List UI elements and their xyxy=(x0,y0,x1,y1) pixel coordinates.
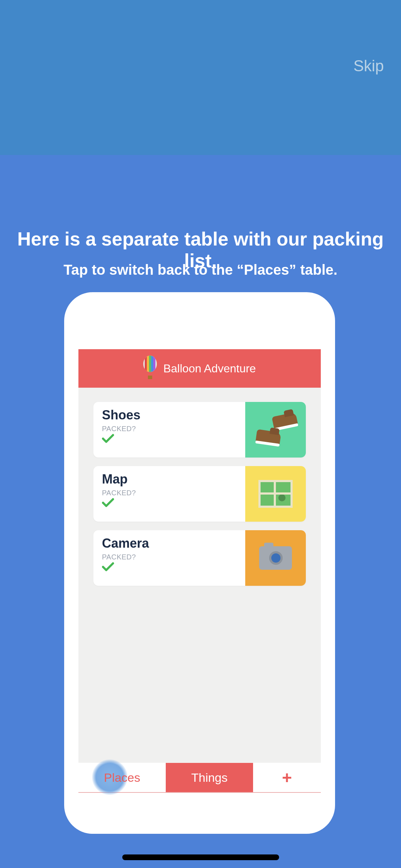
plus-icon: + xyxy=(282,768,292,787)
top-bar-area: Skip xyxy=(0,0,401,155)
home-indicator[interactable] xyxy=(122,854,279,860)
app-title: Balloon Adventure xyxy=(163,362,256,375)
check-icon xyxy=(102,562,114,572)
item-sub: PACKED? xyxy=(102,489,237,497)
item-name: Camera xyxy=(102,536,237,551)
packing-list: Shoes PACKED? Map PACKED? xyxy=(78,388,321,586)
check-icon xyxy=(102,498,114,508)
add-table-button[interactable]: + xyxy=(253,763,321,792)
app-header: Balloon Adventure xyxy=(78,349,321,388)
onboarding-screen: Skip Here is a separate table with our p… xyxy=(0,0,401,868)
balloon-icon xyxy=(143,356,157,381)
list-item[interactable]: Map PACKED? xyxy=(93,466,306,522)
skip-button[interactable]: Skip xyxy=(353,57,384,75)
item-name: Map xyxy=(102,472,237,487)
list-item[interactable]: Camera PACKED? xyxy=(93,530,306,586)
tab-places[interactable]: Places xyxy=(78,763,166,792)
table-tabs: Places Things + xyxy=(78,763,321,793)
phone-screen: Balloon Adventure Shoes PACKED? xyxy=(78,349,321,793)
check-icon xyxy=(102,434,114,444)
tab-label: Things xyxy=(191,771,227,785)
tab-things[interactable]: Things xyxy=(166,763,253,792)
camera-icon xyxy=(245,530,306,586)
list-item[interactable]: Shoes PACKED? xyxy=(93,402,306,458)
phone-mockup: Balloon Adventure Shoes PACKED? xyxy=(64,292,335,834)
tab-label: Places xyxy=(104,771,140,785)
item-name: Shoes xyxy=(102,408,237,423)
onboarding-subheading: Tap to switch back to the “Places” table… xyxy=(0,262,401,278)
map-icon xyxy=(245,466,306,522)
item-sub: PACKED? xyxy=(102,553,237,561)
item-sub: PACKED? xyxy=(102,425,237,433)
shoes-icon xyxy=(245,402,306,458)
